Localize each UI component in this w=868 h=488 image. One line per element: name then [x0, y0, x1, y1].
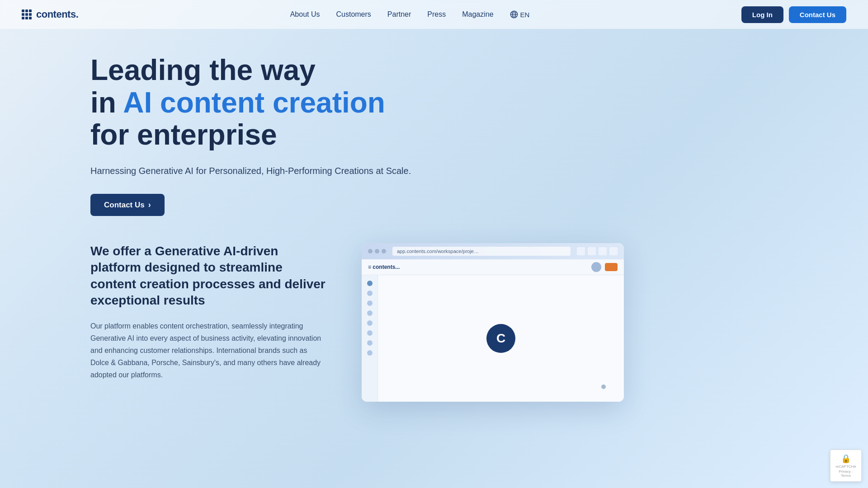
sidebar-item-3	[367, 300, 373, 306]
nav-press[interactable]: Press	[427, 10, 446, 19]
site-header: contents. About Us Customers Partner Pre…	[0, 0, 868, 29]
platform-body: Our platform enables content orchestrati…	[90, 320, 326, 381]
browser-ctrl-3	[599, 247, 607, 255]
contact-nav-button[interactable]: Contact Us	[789, 6, 846, 23]
platform-text: We offer a Generative AI-driven platform…	[90, 243, 326, 381]
headline-line1: Leading the way	[90, 54, 316, 86]
logo[interactable]: contents.	[22, 9, 78, 20]
toolbar-avatar	[591, 262, 601, 272]
logo-grid-icon	[22, 9, 32, 19]
platform-heading: We offer a Generative AI-driven platform…	[90, 243, 326, 309]
dot-yellow	[375, 249, 379, 253]
sidebar-item-7	[367, 340, 373, 346]
globe-icon	[510, 10, 518, 19]
app-content: C	[378, 275, 624, 402]
nav-partner[interactable]: Partner	[387, 10, 411, 19]
logo-text: contents.	[36, 9, 78, 20]
nav-about[interactable]: About Us	[290, 10, 320, 19]
main-nav: About Us Customers Partner Press Magazin…	[290, 10, 530, 19]
sidebar-item-6	[367, 330, 373, 336]
browser-ctrl-2	[588, 247, 596, 255]
recaptcha-badge: 🔒 reCAPTCHA Privacy - Terms	[830, 450, 862, 482]
nav-customers[interactable]: Customers	[336, 10, 371, 19]
cursor-indicator	[601, 385, 606, 389]
browser-controls	[577, 247, 618, 255]
hero-subtext: Harnessing Generative AI for Personalize…	[90, 164, 411, 178]
sidebar-item-1	[367, 281, 373, 286]
browser-ctrl-1	[577, 247, 585, 255]
nav-magazine[interactable]: Magazine	[462, 10, 493, 19]
recaptcha-logo-icon: 🔒	[841, 454, 851, 464]
recaptcha-text-1: reCAPTCHA	[835, 465, 856, 469]
browser-ctrl-4	[609, 247, 618, 255]
browser-body: C	[362, 275, 624, 402]
headline-line3: for enterprise	[90, 118, 277, 151]
header-actions: Log In Contact Us	[741, 6, 846, 23]
sidebar-item-5	[367, 320, 373, 326]
language-selector[interactable]: EN	[510, 10, 530, 19]
sidebar-item-4	[367, 310, 373, 316]
browser-dots	[368, 249, 386, 253]
recaptcha-text-2: Privacy - Terms	[835, 469, 857, 478]
login-button[interactable]: Log In	[741, 6, 783, 23]
dot-green	[382, 249, 386, 253]
toolbar-orange-btn	[605, 263, 618, 271]
hero-headline: Leading the way in AI content creation f…	[90, 54, 385, 151]
app-center-logo: C	[486, 324, 515, 353]
browser-mockup: app.contents.com/workspace/proje… ≡ cont…	[362, 243, 624, 402]
hero-section: Leading the way in AI content creation f…	[0, 0, 868, 216]
app-logo-text: ≡ contents...	[368, 264, 400, 270]
toolbar-right	[591, 262, 618, 272]
app-toolbar: ≡ contents...	[362, 259, 624, 275]
browser-bar: app.contents.com/workspace/proje…	[362, 243, 624, 259]
contact-hero-button[interactable]: Contact Us ›	[90, 194, 165, 216]
platform-section: We offer a Generative AI-driven platform…	[0, 243, 868, 402]
arrow-icon: ›	[148, 200, 151, 210]
contact-hero-label: Contact Us	[104, 201, 145, 210]
dot-red	[368, 249, 373, 253]
app-sidebar	[362, 275, 378, 402]
sidebar-item-8	[367, 350, 373, 356]
sidebar-item-2	[367, 291, 373, 296]
lang-label: EN	[520, 11, 530, 19]
headline-line2-plain: in	[90, 86, 123, 119]
headline-highlight: AI content creation	[123, 86, 385, 119]
browser-url: app.contents.com/workspace/proje…	[392, 247, 571, 256]
